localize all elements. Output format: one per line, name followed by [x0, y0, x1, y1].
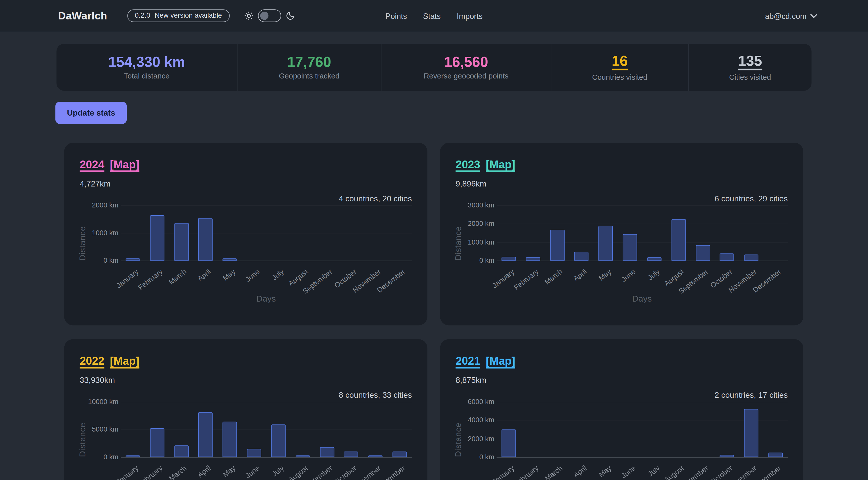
x-tick-label: July: [646, 268, 661, 281]
x-tick-label: June: [620, 465, 637, 480]
bar-january: [126, 258, 140, 261]
gridline: [497, 224, 788, 224]
stat-total-distance: 154,330 km Total distance: [57, 44, 237, 91]
year-card-2024: 2024 [Map] 4,727km 4 countries, 20 citie…: [64, 143, 427, 325]
stat-reverse-geocoded: 16,560 Reverse geocoded points: [381, 44, 551, 91]
year-card-2023: 2023 [Map] 9,896km 6 countries, 29 citie…: [440, 143, 803, 325]
nav-imports[interactable]: Imports: [457, 11, 483, 20]
bar-april: [575, 252, 589, 261]
monthly-distance-chart-2022: Distance0 km5000 km10000 kmJanuaryFebrua…: [80, 396, 412, 480]
bar-february: [150, 215, 164, 261]
year-distance: 8,875km: [456, 376, 788, 385]
bar-august: [296, 455, 310, 457]
x-tick-label: April: [196, 465, 212, 479]
bar-november: [744, 254, 758, 261]
bar-january: [126, 455, 140, 457]
x-tick-label: July: [271, 465, 285, 478]
card-head: 2021 [Map]: [456, 355, 788, 367]
x-tick-label: May: [597, 465, 613, 479]
bar-march: [174, 445, 189, 457]
x-tick-label: May: [597, 268, 613, 282]
gridline: [121, 429, 412, 430]
cities-visited-link[interactable]: 135: [738, 54, 762, 70]
x-tick-label: May: [221, 268, 237, 282]
year-link[interactable]: 2024: [80, 158, 104, 171]
y-axis-title: Distance: [454, 402, 463, 457]
gridline: [497, 402, 788, 402]
card-head: 2024 [Map]: [80, 158, 412, 171]
version-number: 0.2.0: [135, 11, 150, 20]
card-head: 2023 [Map]: [456, 158, 788, 171]
bar-june: [247, 449, 261, 457]
x-axis-baseline: [121, 457, 412, 457]
year-card-2021: 2021 [Map] 8,875km 2 countries, 17 citie…: [440, 339, 803, 480]
x-tick-label: June: [620, 268, 637, 283]
card-head: 2022 [Map]: [80, 355, 412, 367]
x-tick-label: March: [168, 268, 188, 286]
x-tick-label: March: [544, 268, 564, 286]
app-logo[interactable]: DaWarIch: [58, 9, 107, 22]
x-tick-label: June: [244, 465, 261, 480]
map-link[interactable]: [Map]: [110, 355, 140, 367]
bar-january: [501, 257, 516, 261]
bar-december: [393, 451, 407, 457]
version-message: New version available: [155, 11, 222, 20]
x-tick-label: February: [136, 465, 164, 480]
y-tick-label: 0 km: [456, 454, 494, 460]
y-tick-label: 3000 km: [456, 202, 494, 209]
bar-may: [223, 422, 237, 457]
bar-august: [671, 219, 686, 260]
year-cards-grid: 2024 [Map] 4,727km 4 countries, 20 citie…: [64, 143, 804, 480]
year-link[interactable]: 2021: [456, 355, 480, 367]
gridline: [121, 205, 412, 206]
countries-visited-link[interactable]: 16: [612, 54, 628, 70]
x-tick-label: April: [572, 268, 588, 282]
year-distance: 4,727km: [80, 179, 412, 188]
stat-value: 17,760: [287, 55, 331, 69]
bar-july: [271, 424, 285, 457]
bar-february: [150, 428, 164, 457]
nav-points[interactable]: Points: [385, 11, 407, 20]
y-tick-label: 2000 km: [456, 220, 494, 227]
bar-september: [695, 245, 710, 261]
bar-march: [550, 230, 564, 261]
monthly-distance-chart-2024: Distance0 km1000 km2000 kmJanuaryFebruar…: [80, 200, 412, 311]
x-tick-label: April: [196, 268, 212, 282]
x-tick-label: November: [727, 465, 758, 480]
x-tick-label: October: [333, 465, 358, 480]
x-tick-label: May: [221, 465, 237, 479]
nav-stats[interactable]: Stats: [423, 11, 441, 20]
toggle-knob: [260, 11, 268, 20]
gridline: [121, 402, 412, 402]
x-axis-baseline: [497, 457, 788, 457]
year-link[interactable]: 2023: [456, 158, 480, 171]
x-tick-label: January: [491, 268, 515, 289]
x-tick-label: January: [115, 465, 140, 480]
x-tick-label: March: [168, 465, 188, 480]
bar-april: [198, 412, 213, 457]
gridline: [121, 233, 412, 233]
year-card-2022: 2022 [Map] 33,930km 8 countries, 33 citi…: [64, 339, 427, 480]
monthly-distance-chart-2021: Distance0 km2000 km4000 km6000 kmJanuary…: [456, 396, 788, 480]
map-link[interactable]: [Map]: [110, 158, 140, 171]
update-stats-button[interactable]: Update stats: [55, 102, 127, 124]
top-navbar: DaWarIch 0.2.0 New version available: [0, 0, 868, 32]
map-link[interactable]: [Map]: [486, 158, 515, 171]
version-badge[interactable]: 0.2.0 New version available: [127, 9, 230, 22]
y-tick-label: 2000 km: [456, 435, 494, 442]
x-tick-label: June: [244, 268, 261, 283]
main-nav: Points Stats Imports: [385, 11, 483, 20]
y-axis-title: Distance: [454, 205, 463, 260]
gridline: [497, 205, 788, 206]
x-tick-label: August: [663, 465, 685, 480]
year-link[interactable]: 2022: [80, 355, 104, 367]
user-menu[interactable]: ab@cd.com: [765, 11, 817, 20]
map-link[interactable]: [Map]: [486, 355, 515, 367]
user-email: ab@cd.com: [765, 11, 806, 20]
bar-july: [647, 257, 661, 261]
stat-label: Geopoints tracked: [279, 72, 339, 80]
bar-april: [198, 218, 213, 261]
theme-toggle[interactable]: [258, 9, 281, 22]
y-tick-label: 1000 km: [80, 230, 118, 236]
bar-may: [223, 258, 237, 261]
